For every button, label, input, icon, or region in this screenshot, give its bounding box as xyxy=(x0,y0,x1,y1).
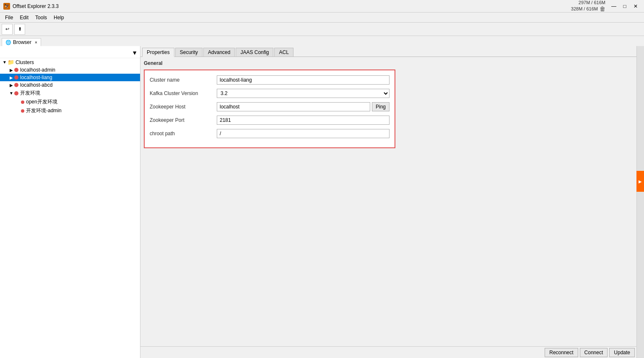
cluster-name-row: Cluster name xyxy=(150,75,390,85)
toolbar-up-button[interactable]: ⬆ xyxy=(14,24,25,35)
sidebar-item-open-dev-env[interactable]: open开发环境 xyxy=(0,98,140,106)
cluster-name-input[interactable] xyxy=(217,75,390,85)
content-area: Properties Security Advanced JAAS Config… xyxy=(140,46,636,358)
sidebar-item-dev-env[interactable]: ▼ 开发环境 xyxy=(0,89,140,98)
right-edge: ▶ xyxy=(636,46,644,358)
browser-tab[interactable]: 🌐 Browser × xyxy=(2,38,41,46)
zookeeper-host-label: Zookeeper Host xyxy=(150,104,217,110)
open-dev-env-label: open开发环境 xyxy=(26,98,57,106)
chroot-path-row: chroot path xyxy=(150,129,390,138)
minimize-button[interactable]: — xyxy=(609,2,619,10)
sidebar-item-localhost-liang[interactable]: ▶ localhost-liang xyxy=(0,74,140,81)
status-bar: Reconnect Reconnect Connect Update xyxy=(140,346,636,358)
menu-bar: File Edit Tools Help xyxy=(0,13,644,23)
tab-acl[interactable]: ACL xyxy=(274,48,293,57)
tab-advanced[interactable]: Advanced xyxy=(203,48,235,57)
clusters-expand-icon: ▼ xyxy=(2,60,8,64)
content-tab-bar: Properties Security Advanced JAAS Config… xyxy=(140,46,636,57)
dev-env-admin-label: 开发环境-admin xyxy=(26,107,62,114)
browser-tab-close-button[interactable]: × xyxy=(35,40,37,45)
chroot-path-input[interactable] xyxy=(217,129,390,138)
zookeeper-host-input[interactable] xyxy=(217,102,370,111)
browser-tab-label: Browser xyxy=(13,39,31,45)
update-button[interactable]: Update xyxy=(609,348,635,357)
menu-edit[interactable]: Edit xyxy=(16,14,32,21)
localhost-abcd-expand-icon: ▶ xyxy=(8,83,14,88)
general-section: Cluster name Kafka Cluster Version 3.2 3… xyxy=(144,70,395,148)
localhost-admin-status-dot xyxy=(14,68,18,72)
gc-button[interactable]: 🗑 xyxy=(600,5,605,12)
zookeeper-host-field-group: Ping xyxy=(217,102,390,111)
title-bar: 🦅 Offset Explorer 2.3.3 297M / 616M 328M… xyxy=(0,0,644,13)
sidebar-expand-icon[interactable]: ▼ xyxy=(131,49,138,57)
menu-help[interactable]: Help xyxy=(50,14,68,21)
zookeeper-host-row: Zookeeper Host Ping xyxy=(150,102,390,111)
memory-display: 297M / 616M 328M / 616M 🗑 xyxy=(571,0,605,12)
back-icon: ↩ xyxy=(5,26,9,32)
menu-tools[interactable]: Tools xyxy=(32,14,50,21)
cluster-name-label: Cluster name xyxy=(150,77,217,83)
clusters-label: Clusters xyxy=(16,59,34,65)
dev-env-admin-status-dot xyxy=(21,109,24,113)
localhost-liang-label: localhost-liang xyxy=(20,75,52,80)
menu-file[interactable]: File xyxy=(2,14,16,21)
main-area: ▼ ▼ 📁 Clusters ▶ localhost-admin ▶ local… xyxy=(0,46,644,358)
localhost-admin-expand-icon: ▶ xyxy=(8,68,14,72)
dev-env-status-dot xyxy=(14,91,18,95)
sidebar-toolbar: ▼ xyxy=(0,48,140,58)
tab-security[interactable]: Security xyxy=(175,48,203,57)
memory-bottom: 328M / 616M xyxy=(571,6,598,11)
open-dev-env-status-dot xyxy=(21,100,24,104)
reconnect-button[interactable]: Reconnect xyxy=(545,348,578,357)
localhost-liang-expand-icon: ▶ xyxy=(8,75,14,80)
up-icon: ⬆ xyxy=(18,26,22,32)
kafka-version-row: Kafka Cluster Version 3.2 3.1 3.0 2.8 2.… xyxy=(150,89,390,98)
clusters-folder-icon: 📁 xyxy=(8,59,14,65)
maximize-button[interactable]: □ xyxy=(620,2,630,10)
localhost-admin-label: localhost-admin xyxy=(20,67,55,73)
dev-env-label: 开发环境 xyxy=(20,90,40,97)
zookeeper-port-row: Zookeeper Port xyxy=(150,116,390,125)
sidebar: ▼ ▼ 📁 Clusters ▶ localhost-admin ▶ local… xyxy=(0,46,140,358)
close-button[interactable]: ✕ xyxy=(631,2,641,10)
connect-button[interactable]: Connect xyxy=(580,348,608,357)
sidebar-item-localhost-abcd[interactable]: ▶ localhost-abcd xyxy=(0,81,140,89)
general-section-title: General xyxy=(144,60,633,66)
dev-env-expand-icon: ▼ xyxy=(8,91,14,95)
tab-jaas-config[interactable]: JAAS Config xyxy=(236,48,273,57)
kafka-version-label: Kafka Cluster Version xyxy=(150,90,217,96)
browser-tab-icon: 🌐 xyxy=(5,40,11,45)
tab-properties[interactable]: Properties xyxy=(142,48,174,57)
sidebar-item-localhost-admin[interactable]: ▶ localhost-admin xyxy=(0,66,140,74)
localhost-abcd-status-dot xyxy=(14,83,18,87)
browser-tab-bar: 🌐 Browser × xyxy=(0,36,644,46)
orange-side-button[interactable]: ▶ xyxy=(636,171,644,192)
kafka-version-select[interactable]: 3.2 3.1 3.0 2.8 2.7 xyxy=(217,89,390,98)
toolbar-back-button[interactable]: ↩ xyxy=(2,24,13,35)
ping-button[interactable]: Ping xyxy=(372,102,390,111)
tree-item-clusters[interactable]: ▼ 📁 Clusters xyxy=(0,58,140,66)
localhost-liang-status-dot xyxy=(14,75,18,80)
toolbar: ↩ ⬆ xyxy=(0,23,644,36)
app-title: Offset Explorer 2.3.3 xyxy=(13,3,59,9)
zookeeper-port-input[interactable] xyxy=(217,116,390,125)
zookeeper-port-label: Zookeeper Port xyxy=(150,117,217,123)
localhost-abcd-label: localhost-abcd xyxy=(20,82,52,88)
content-panel: General Cluster name Kafka Cluster Versi… xyxy=(140,57,636,346)
chroot-path-label: chroot path xyxy=(150,131,217,137)
memory-top: 297M / 616M xyxy=(579,0,605,5)
sidebar-item-dev-env-admin[interactable]: 开发环境-admin xyxy=(0,106,140,115)
app-icon: 🦅 xyxy=(3,3,10,10)
